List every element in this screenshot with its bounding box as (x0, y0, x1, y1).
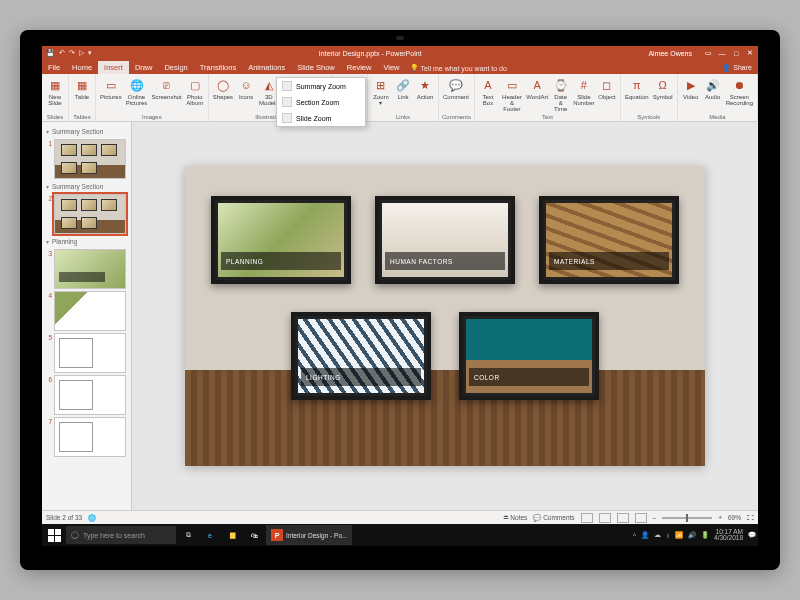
tab-draw[interactable]: Draw (129, 61, 159, 74)
tray-up-icon[interactable]: ^ (633, 532, 636, 539)
frame-color[interactable]: COLOR (459, 312, 599, 400)
minimize-icon[interactable]: — (718, 50, 726, 57)
start-from-beginning-icon[interactable]: ▷ (79, 49, 84, 57)
powerpoint-task[interactable]: PInterior Design - Po... (266, 525, 352, 545)
online-pictures-icon: 🌐 (129, 77, 145, 93)
slide-canvas[interactable]: PLANNING HUMAN FACTORS MATERIALS LIGHTIN… (185, 166, 705, 466)
slide-thumbnail-7[interactable] (54, 417, 126, 457)
ribbon-symbol-button[interactable]: ΩSymbol (652, 76, 674, 101)
slide-thumbnail-4[interactable] (54, 291, 126, 331)
action-icon: ★ (417, 77, 433, 93)
slide-thumbnail-1[interactable] (54, 139, 126, 179)
people-icon[interactable]: 👤 (641, 531, 649, 539)
ribbon-equation-button[interactable]: πEquation (624, 76, 650, 101)
slide-editor[interactable]: PLANNING HUMAN FACTORS MATERIALS LIGHTIN… (132, 122, 758, 510)
ribbon-icons-button[interactable]: ☺Icons (236, 76, 256, 101)
tab-view[interactable]: View (377, 61, 405, 74)
frame-human-factors[interactable]: HUMAN FACTORS (375, 196, 515, 284)
maximize-icon[interactable]: □ (732, 50, 740, 57)
ribbon-options-icon[interactable]: ▭ (704, 49, 712, 57)
ribbon-comment-button[interactable]: 💬Comment (442, 76, 470, 101)
edge-icon[interactable]: e (200, 525, 220, 545)
share-button[interactable]: 👤 Share (716, 62, 758, 74)
ribbon-new-slide-button[interactable]: ▦New Slide (45, 76, 65, 107)
zoom-section-item[interactable]: Section Zoom (277, 94, 365, 110)
slide-thumbnail-2[interactable] (54, 194, 126, 234)
user-name[interactable]: Aimee Owens (648, 50, 692, 57)
ribbon-wordart-button[interactable]: AWordArt (526, 76, 549, 101)
language-status[interactable]: 🌐 English (United States) (88, 514, 96, 522)
comments-button[interactable]: 💬 Comments (533, 514, 574, 522)
section-header[interactable]: Summary Section (44, 126, 129, 137)
ribbon-screenshot-button[interactable]: ⎚Screenshot (150, 76, 182, 101)
ribbon-slide-number-button[interactable]: #Slide Number (573, 76, 595, 107)
tab-transitions[interactable]: Transitions (194, 61, 242, 74)
tell-me-search[interactable]: 💡 Tell me what you want to do (410, 64, 507, 74)
slide-thumbnail-5[interactable] (54, 333, 126, 373)
thumbnail-row: 7 (44, 417, 129, 457)
zoom-in-button[interactable]: + (718, 514, 722, 521)
ribbon-link-button[interactable]: 🔗Link (393, 76, 413, 101)
slide-thumbnail-3[interactable] (54, 249, 126, 289)
ribbon-screen-recording-button[interactable]: ⏺Screen Recording (725, 76, 754, 107)
ribbon-date-time-button[interactable]: ⌚Date & Time (551, 76, 571, 113)
ribbon-table-button[interactable]: ▦Table (72, 76, 92, 101)
taskbar-search[interactable]: ◯Type here to search (66, 526, 176, 544)
slideshow-view-button[interactable] (635, 513, 647, 523)
ribbon-pictures-button[interactable]: ▭Pictures (99, 76, 123, 101)
tab-file[interactable]: File (42, 61, 66, 74)
fit-to-window-button[interactable]: ⛶ (747, 514, 754, 521)
zoom-out-button[interactable]: – (653, 514, 657, 521)
slide-thumbnail-panel[interactable]: Summary Section1Summary Section2Planning… (42, 122, 132, 510)
zoom-level[interactable]: 69% (728, 514, 741, 521)
onedrive-icon[interactable]: ☁ (654, 531, 661, 539)
tab-animations[interactable]: Animations (242, 61, 291, 74)
volume-icon[interactable]: 🔊 (688, 531, 696, 539)
ribbon-text-box-button[interactable]: AText Box (478, 76, 498, 107)
equation-icon: π (629, 77, 645, 93)
tab-design[interactable]: Design (158, 61, 193, 74)
close-icon[interactable]: ✕ (746, 49, 754, 57)
frame-materials[interactable]: MATERIALS (539, 196, 679, 284)
ribbon-shapes-button[interactable]: ◯Shapes (212, 76, 234, 101)
zoom-summary-item[interactable]: Summary Zoom (277, 78, 365, 94)
ribbon-zoom-button[interactable]: ⊞Zoom ▾ (371, 76, 391, 107)
action-center-icon[interactable]: 💬 (748, 531, 756, 539)
sorter-view-button[interactable] (599, 513, 611, 523)
ribbon-audio-button[interactable]: 🔊Audio (703, 76, 723, 101)
ribbon-object-button[interactable]: ◻Object (597, 76, 617, 101)
ribbon-online-pictures-button[interactable]: 🌐Online Pictures (125, 76, 149, 107)
ribbon-group-slides: ▦New SlideSlides (42, 74, 69, 121)
slide-counter[interactable]: Slide 2 of 33 (46, 514, 82, 521)
slide-thumbnail-6[interactable] (54, 375, 126, 415)
section-header[interactable]: Summary Section (44, 181, 129, 192)
save-icon[interactable]: 💾 (46, 49, 55, 57)
clock[interactable]: 10:17 AM4/30/2018 (714, 529, 743, 542)
redo-icon[interactable]: ↷ (69, 49, 75, 57)
notes-button[interactable]: ≐ Notes (503, 514, 528, 522)
tab-review[interactable]: Review (341, 61, 378, 74)
bluetooth-icon[interactable]: ᚼ (666, 532, 670, 539)
tab-insert[interactable]: Insert (98, 61, 129, 74)
ribbon-action-button[interactable]: ★Action (415, 76, 435, 101)
ribbon-video-button[interactable]: ▶Video (681, 76, 701, 101)
ribbon-photo-album-button[interactable]: ▢Photo Album (185, 76, 205, 107)
zoom-slide-item[interactable]: Slide Zoom (277, 110, 365, 126)
undo-icon[interactable]: ↶ (59, 49, 65, 57)
reading-view-button[interactable] (617, 513, 629, 523)
normal-view-button[interactable] (581, 513, 593, 523)
zoom-slider[interactable] (662, 517, 712, 519)
tab-slideshow[interactable]: Slide Show (291, 61, 341, 74)
frame-planning[interactable]: PLANNING (211, 196, 351, 284)
frame-lighting[interactable]: LIGHTING (291, 312, 431, 400)
section-header[interactable]: Planning (44, 236, 129, 247)
wifi-icon[interactable]: 📶 (675, 531, 683, 539)
comment-icon: 💬 (448, 77, 464, 93)
store-icon[interactable]: 🛍 (244, 525, 264, 545)
start-button[interactable] (44, 525, 64, 545)
explorer-icon[interactable]: ▆ (222, 525, 242, 545)
battery-icon[interactable]: 🔋 (701, 531, 709, 539)
tab-home[interactable]: Home (66, 61, 98, 74)
ribbon-header-footer-button[interactable]: ▭Header & Footer (500, 76, 524, 113)
task-view-button[interactable]: ⧉ (178, 525, 198, 545)
